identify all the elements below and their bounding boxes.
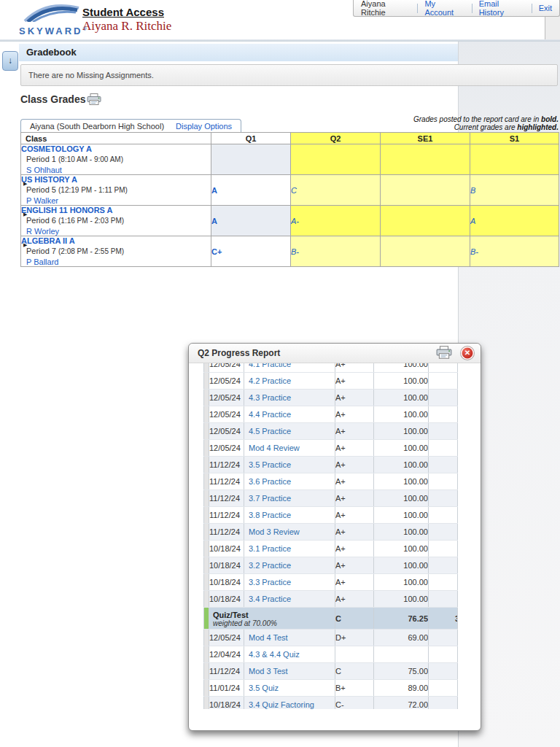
- teacher-link[interactable]: S Ohlhaut: [26, 166, 62, 174]
- assignment-score: 100.00: [374, 490, 429, 507]
- period-label: Period 1 (8:10 AM - 9:00 AM): [26, 155, 211, 164]
- assignment-link[interactable]: Mod 4 Review: [244, 444, 300, 452]
- grade-cell-se1: [381, 236, 470, 267]
- grade-cell-q2: B-: [291, 236, 381, 267]
- progress-report-table: 12/05/244.1 PracticeA+100.0012/05/244.2 …: [203, 363, 458, 709]
- assignment-date: 12/05/24: [209, 406, 244, 423]
- assignment-link[interactable]: 4.5 Practice: [244, 427, 291, 436]
- assignment-link[interactable]: Mod 3 Review: [244, 527, 300, 536]
- nav-exit-link[interactable]: Exit: [539, 4, 552, 12]
- row-indicator-cell: [204, 574, 209, 591]
- class-link[interactable]: US HISTORY A: [21, 175, 77, 184]
- grade-cell-q2: A-: [291, 206, 381, 236]
- assignment-extra-cell: [429, 406, 458, 423]
- expand-arrow-icon[interactable]: ▶: [23, 241, 27, 249]
- print-icon[interactable]: [436, 346, 452, 360]
- assignment-score: 100.00: [374, 574, 429, 591]
- assignment-link[interactable]: 3.1 Practice: [244, 544, 291, 553]
- grade-cell-q1: A: [211, 175, 291, 206]
- assignment-score: 100.00: [374, 541, 429, 557]
- assignment-link[interactable]: 4.2 Practice: [244, 376, 291, 385]
- row-indicator-cell: [204, 591, 209, 608]
- teacher-link[interactable]: P Walker: [26, 196, 58, 205]
- assignment-score: 100.00: [374, 507, 429, 524]
- assignment-row: 12/05/244.2 PracticeA+100.00: [204, 373, 458, 390]
- assignment-row: 10/18/243.2 PracticeA+100.00: [204, 557, 458, 574]
- assignment-score: 100.00: [374, 457, 429, 473]
- assignment-name-cell: 3.2 Practice: [244, 557, 335, 574]
- assignment-grade: A+: [335, 524, 374, 541]
- nav-my-account-link[interactable]: My Account: [424, 0, 464, 17]
- category-weight-note: weighted at 70.00%: [209, 619, 335, 627]
- expand-arrow-icon[interactable]: ▶: [23, 210, 27, 219]
- row-indicator-cell: [204, 373, 209, 390]
- class-row: ▶ENGLISH 11 HONORS APeriod 6 (1:16 PM - …: [21, 206, 559, 236]
- assignment-extra-cell: [429, 697, 458, 710]
- nav-email-history-link[interactable]: Email History: [479, 0, 525, 17]
- grade-cell-q2: [291, 144, 381, 175]
- class-info-cell: ▶US HISTORY APeriod 5 (12:19 PM - 1:11 P…: [21, 175, 211, 206]
- assignment-score: 100.00: [374, 406, 429, 423]
- assignment-name-cell: Mod 4 Test: [244, 630, 335, 646]
- assignment-link[interactable]: 3.3 Practice: [244, 578, 291, 587]
- expand-arrow-icon[interactable]: ▶: [23, 179, 27, 188]
- assignment-link[interactable]: 3.8 Practice: [244, 511, 291, 519]
- row-indicator-cell: [204, 390, 209, 406]
- assignment-date: 12/05/24: [209, 373, 244, 390]
- assignment-link[interactable]: 4.1 Practice: [244, 363, 291, 368]
- period-number: Period 1: [26, 155, 58, 163]
- assignment-link[interactable]: Mod 4 Test: [244, 633, 288, 642]
- assignment-row: 12/05/244.5 PracticeA+100.00: [204, 423, 458, 440]
- assignment-extra-cell: [429, 557, 458, 574]
- period-time: (12:19 PM - 1:11 PM): [58, 186, 128, 194]
- skyward-logo-text: SKYWARD®: [19, 26, 87, 36]
- assignment-name-cell: Mod 4 Review: [244, 440, 335, 457]
- assignment-score: 100.00: [374, 591, 429, 608]
- class-link[interactable]: ALGEBRA II A: [21, 236, 75, 245]
- class-info-cell: ▶ALGEBRA II APeriod 7 (2:08 PM - 2:55 PM…: [21, 236, 211, 267]
- assignment-grade: A+: [335, 363, 374, 373]
- assignment-row: 12/05/244.3 PracticeA+100.00: [204, 390, 458, 406]
- row-indicator-cell: [204, 541, 209, 557]
- close-icon[interactable]: ✕: [461, 347, 474, 360]
- gradebook-header-bar: Gradebook: [19, 44, 458, 61]
- assignment-link[interactable]: Mod 3 Test: [244, 667, 288, 676]
- display-options-link[interactable]: Display Options: [176, 122, 232, 131]
- assignment-extra-cell: [429, 591, 458, 608]
- print-icon[interactable]: [87, 93, 101, 107]
- assignment-score: 100.00: [374, 557, 429, 574]
- assignment-link[interactable]: 3.5 Practice: [244, 460, 291, 469]
- class-link[interactable]: ENGLISH 11 HONORS A: [21, 206, 113, 214]
- assignment-link[interactable]: 3.4 Quiz Factoring: [244, 700, 314, 709]
- assignment-grade: D+: [335, 630, 374, 646]
- assignment-link[interactable]: 4.3 Practice: [244, 393, 291, 402]
- row-indicator-cell: [204, 646, 209, 663]
- assignment-link[interactable]: 3.5 Quiz: [244, 684, 279, 692]
- assignment-extra-cell: [429, 646, 458, 663]
- grade-cell-se1: [381, 206, 470, 236]
- assignment-name-cell: 3.4 Quiz Factoring: [244, 697, 335, 710]
- assignment-score: 89.00: [374, 680, 429, 697]
- grade-cell-s1: B-: [470, 236, 559, 267]
- class-row: ▶US HISTORY APeriod 5 (12:19 PM - 1:11 P…: [21, 175, 559, 206]
- assignment-row: 10/18/243.3 PracticeA+100.00: [204, 574, 458, 591]
- assignment-extra-cell: [429, 680, 458, 697]
- teacher-link[interactable]: R Worley: [26, 227, 59, 236]
- teacher-link[interactable]: P Ballard: [26, 258, 58, 266]
- assignment-name-cell: 3.6 Practice: [244, 473, 335, 490]
- assignment-link[interactable]: 3.4 Practice: [244, 595, 291, 603]
- row-indicator-cell: [204, 363, 209, 373]
- grade-cell-q1: A: [211, 206, 291, 236]
- assignment-link[interactable]: 3.7 Practice: [244, 494, 291, 503]
- assignment-link[interactable]: 4.3 & 4.4 Quiz: [244, 650, 300, 659]
- class-info-cell: COSMETOLOGY APeriod 1 (8:10 AM - 9:00 AM…: [21, 144, 211, 175]
- modal-table-viewport[interactable]: 12/05/244.1 PracticeA+100.0012/05/244.2 …: [203, 363, 458, 709]
- tab-student-school[interactable]: Aiyana (South Dearborn High School) Disp…: [20, 119, 241, 133]
- assignment-link[interactable]: 4.4 Practice: [244, 410, 291, 419]
- class-link[interactable]: COSMETOLOGY A: [21, 144, 92, 153]
- sidebar-toggle-button[interactable]: ↓: [2, 51, 18, 71]
- assignment-link[interactable]: 3.6 Practice: [244, 477, 291, 486]
- grade-cell-s1: B: [470, 175, 559, 206]
- assignment-link[interactable]: 3.2 Practice: [244, 561, 291, 570]
- assignment-date: 12/05/24: [209, 423, 244, 440]
